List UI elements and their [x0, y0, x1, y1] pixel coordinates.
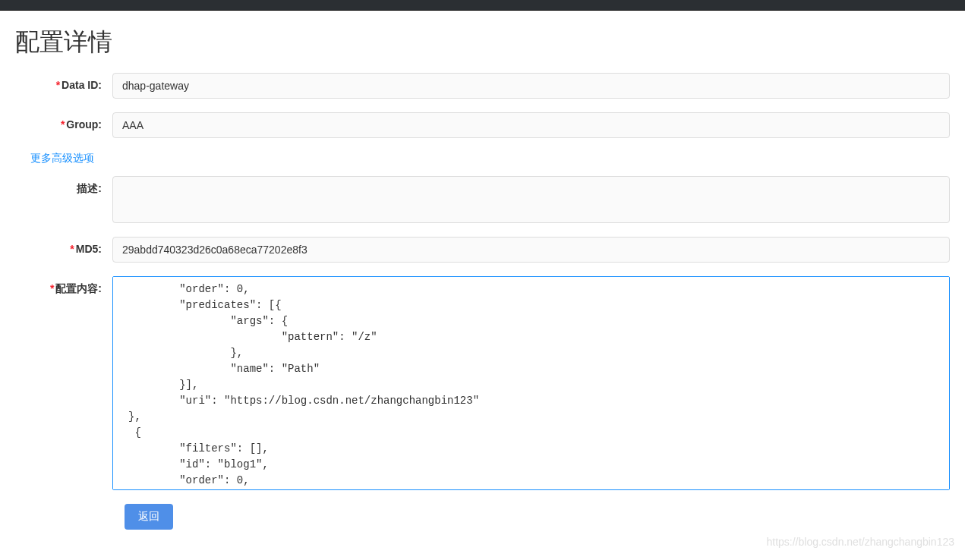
- label-content: *配置内容:: [15, 276, 112, 296]
- required-mark: *: [61, 118, 65, 131]
- required-mark: *: [70, 243, 74, 255]
- button-row: 返回: [15, 504, 950, 530]
- input-description[interactable]: [112, 176, 950, 223]
- row-content: *配置内容: "order": 0, "predicates": [{ "arg…: [15, 276, 950, 490]
- row-md5: *MD5:: [15, 237, 950, 263]
- top-bar: [0, 0, 965, 11]
- row-group: *Group:: [15, 112, 950, 138]
- required-mark: *: [50, 282, 54, 294]
- page-title: 配置详情: [15, 26, 950, 59]
- advanced-options-link[interactable]: 更多高级选项: [30, 152, 950, 165]
- back-button[interactable]: 返回: [125, 504, 173, 530]
- code-content[interactable]: "order": 0, "predicates": [{ "args": { "…: [112, 276, 950, 490]
- input-group[interactable]: [112, 112, 950, 138]
- main-container: 配置详情 *Data ID: *Group: 更多高级选项 描述: *MD5: …: [0, 11, 965, 545]
- input-data-id[interactable]: [112, 73, 950, 99]
- label-description: 描述:: [15, 176, 112, 196]
- row-data-id: *Data ID:: [15, 73, 950, 99]
- input-md5[interactable]: [112, 237, 950, 263]
- required-mark: *: [56, 79, 60, 91]
- label-group: *Group:: [15, 112, 112, 131]
- label-data-id: *Data ID:: [15, 73, 112, 91]
- label-md5: *MD5:: [15, 237, 112, 255]
- row-description: 描述:: [15, 176, 950, 223]
